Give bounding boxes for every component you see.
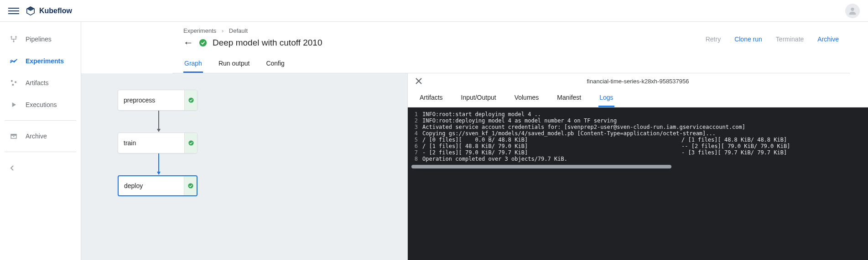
back-arrow-icon[interactable]: ← — [183, 37, 193, 49]
svg-marker-1 — [27, 6, 35, 10]
log-line: 5/ [0 files][ 0.0 B/ 48.8 KiB]/ [1 files… — [411, 137, 864, 143]
chevron-right-icon: › — [222, 27, 223, 34]
archive-icon — [9, 132, 18, 141]
graph-node-deploy[interactable]: deploy — [118, 175, 198, 196]
logs-viewer[interactable]: 1INFO:root:start deploying model 4 ..2IN… — [408, 107, 868, 260]
clone-run-button[interactable]: Clone run — [734, 36, 762, 43]
log-line: 6/ [1 files][ 48.8 KiB/ 79.0 KiB]-- [2 f… — [411, 143, 864, 149]
terminate-button: Terminate — [776, 36, 804, 43]
svg-point-6 — [11, 80, 13, 82]
log-line: 7- [2 files][ 79.0 KiB/ 79.7 KiB]- [3 fi… — [411, 149, 864, 156]
sidebar-item-label: Archive — [26, 133, 47, 140]
log-line-number: 8 — [411, 156, 422, 162]
log-line: 2INFO:root:deploying model 4 as model nu… — [411, 117, 864, 124]
log-line-text-right: - [3 files][ 79.7 KiB/ 79.7 KiB] — [681, 149, 787, 156]
sidebar-divider — [5, 120, 76, 121]
tab-graph[interactable]: Graph — [183, 56, 203, 73]
breadcrumb-parent[interactable]: Experiments — [183, 27, 216, 34]
breadcrumb: Experiments › Default — [183, 27, 322, 34]
brand-text: Kubeflow — [39, 7, 72, 15]
sidebar-item-artifacts[interactable]: Artifacts — [0, 72, 81, 94]
edge-arrow-icon — [156, 153, 161, 175]
svg-point-8 — [12, 84, 14, 86]
panel-title: financial-time-series-k28xh-958537956 — [587, 78, 689, 85]
tab-config[interactable]: Config — [265, 56, 285, 73]
close-panel-button[interactable] — [415, 76, 422, 87]
close-icon — [415, 77, 422, 85]
sidebar-item-label: Pipelines — [26, 36, 52, 43]
panel-tab-volumes[interactable]: Volumes — [514, 89, 540, 107]
action-bar: Retry Clone run Terminate Archive — [706, 27, 839, 43]
breadcrumb-current[interactable]: Default — [229, 27, 248, 34]
svg-marker-9 — [12, 102, 16, 107]
experiments-icon — [9, 56, 18, 66]
log-line-text-right: -- [2 files][ 79.0 KiB/ 79.0 KiB] — [681, 143, 790, 149]
log-line: 8Operation completed over 3 objects/79.7… — [411, 156, 864, 162]
sidebar-item-pipelines[interactable]: Pipelines — [0, 28, 81, 50]
graph-node-preprocess[interactable]: preprocess — [118, 90, 198, 111]
topbar: Kubeflow — [0, 0, 868, 22]
sidebar: Pipelines Experiments Artifacts Executio… — [0, 22, 81, 260]
horizontal-scrollbar[interactable] — [411, 165, 671, 168]
log-line-text-right: / [1 files][ 48.8 KiB/ 48.8 KiB] — [681, 137, 787, 143]
log-line-number: 6 — [411, 143, 422, 149]
panel-tab-logs[interactable]: Logs — [598, 89, 614, 107]
user-avatar[interactable] — [845, 4, 860, 18]
panel-tab-io[interactable]: Input/Output — [460, 89, 497, 107]
panel-tabs: Artifacts Input/Output Volumes Manifest … — [408, 89, 868, 107]
page-title: Deep model with cutoff 2010 — [213, 38, 322, 48]
hamburger-menu-icon[interactable] — [8, 5, 19, 16]
chevron-left-icon — [10, 165, 15, 171]
log-line-number: 4 — [411, 130, 422, 137]
log-line: 4Copying gs://sven_kf_1/models/4/saved_m… — [411, 130, 864, 137]
check-circle-icon — [187, 183, 194, 189]
svg-rect-12 — [13, 136, 14, 137]
sidebar-divider — [5, 152, 76, 152]
status-success-icon — [199, 39, 207, 47]
node-status-success — [184, 90, 197, 110]
graph-node-train[interactable]: train — [118, 133, 198, 153]
svg-marker-19 — [157, 172, 161, 175]
log-line-text: Operation completed over 3 objects/79.7 … — [422, 156, 864, 162]
log-line: 3Activated service account credentials f… — [411, 124, 864, 130]
archive-button[interactable]: Archive — [817, 36, 839, 43]
sidebar-item-label: Experiments — [26, 57, 64, 65]
sidebar-collapse-button[interactable] — [0, 157, 81, 181]
pipelines-icon — [9, 35, 18, 44]
sidebar-item-label: Artifacts — [26, 79, 49, 87]
log-line-number: 7 — [411, 149, 422, 156]
check-circle-icon — [188, 97, 194, 103]
graph-canvas[interactable]: preprocess train — [81, 73, 407, 260]
log-line: 1INFO:root:start deploying model 4 .. — [411, 111, 864, 117]
node-status-success — [184, 133, 197, 153]
sidebar-item-archive[interactable]: Archive — [0, 125, 81, 147]
svg-point-14 — [188, 97, 193, 102]
log-line-text: / [1 files][ 48.8 KiB/ 79.0 KiB] — [422, 143, 864, 149]
log-line-text: / [0 files][ 0.0 B/ 48.8 KiB] — [422, 137, 864, 143]
node-label: train — [124, 139, 136, 147]
tab-run-output[interactable]: Run output — [218, 56, 251, 73]
executions-icon — [9, 100, 18, 109]
sidebar-item-label: Executions — [26, 101, 57, 108]
svg-point-3 — [10, 36, 12, 37]
sidebar-item-executions[interactable]: Executions — [0, 94, 81, 116]
main-content: Experiments › Default ← Deep model with … — [81, 22, 868, 260]
node-label: deploy — [124, 182, 143, 189]
log-line-number: 2 — [411, 117, 422, 124]
brand-logo[interactable]: Kubeflow — [26, 6, 72, 16]
svg-point-5 — [13, 41, 14, 42]
svg-point-20 — [188, 183, 193, 188]
artifacts-icon — [9, 78, 18, 87]
panel-tab-artifacts[interactable]: Artifacts — [419, 89, 444, 107]
log-line-text: - [2 files][ 79.0 KiB/ 79.7 KiB] — [422, 149, 864, 156]
svg-point-2 — [851, 7, 854, 10]
log-line-text: INFO:root:start deploying model 4 .. — [422, 111, 864, 117]
log-line-number: 1 — [411, 111, 422, 117]
log-line-text: INFO:root:deploying model 4 as model num… — [422, 117, 864, 124]
sidebar-item-experiments[interactable]: Experiments — [0, 50, 81, 72]
svg-point-4 — [15, 36, 16, 37]
side-panel: financial-time-series-k28xh-958537956 Ar… — [407, 73, 868, 260]
kubeflow-logo-icon — [26, 6, 36, 16]
svg-point-7 — [15, 81, 16, 83]
panel-tab-manifest[interactable]: Manifest — [556, 89, 582, 107]
